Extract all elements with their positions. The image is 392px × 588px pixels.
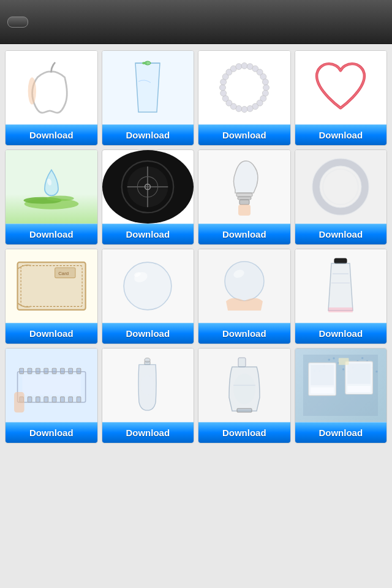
svg-point-45 — [323, 169, 358, 205]
item-image-perfume2 — [102, 349, 194, 422]
item-image-film — [6, 349, 97, 422]
svg-rect-75 — [77, 397, 81, 402]
svg-point-11 — [241, 107, 247, 113]
item-image-waterdrop — [6, 150, 97, 224]
download-button-11[interactable]: Download — [198, 323, 290, 344]
svg-point-4 — [142, 62, 147, 64]
item-image-pearls — [198, 51, 290, 124]
library-grid-wrapper: glass apple Download Download Download D… — [0, 44, 392, 588]
svg-rect-72 — [52, 397, 56, 402]
svg-point-5 — [263, 85, 269, 91]
item-image-bottle — [198, 349, 290, 422]
svg-rect-103 — [311, 387, 334, 393]
download-button-4[interactable]: Download — [295, 124, 387, 145]
svg-text:Card: Card — [58, 271, 69, 276]
svg-rect-76 — [22, 375, 81, 395]
grid-item-glass: Download — [102, 50, 195, 146]
download-button-13[interactable]: Download — [6, 422, 97, 443]
download-button-7[interactable]: Download — [198, 224, 290, 244]
svg-rect-63 — [44, 368, 48, 374]
svg-rect-84 — [237, 409, 252, 412]
svg-point-100 — [375, 371, 377, 372]
svg-rect-41 — [239, 200, 249, 205]
grid-item-bulb: Download — [198, 149, 291, 245]
download-button-10[interactable]: Download — [102, 323, 194, 344]
download-button-2[interactable]: Download — [102, 124, 194, 145]
svg-rect-77 — [14, 392, 24, 412]
svg-rect-73 — [60, 397, 64, 402]
item-image-frame: Card — [6, 249, 97, 323]
svg-point-80 — [141, 375, 154, 396]
svg-rect-79 — [145, 361, 150, 364]
download-button-14[interactable]: Download — [102, 422, 194, 443]
svg-rect-105 — [347, 363, 371, 383]
svg-point-91 — [333, 357, 334, 359]
grid-item-pearls: Download — [198, 50, 291, 146]
download-button-3[interactable]: Download — [198, 124, 290, 145]
download-button-8[interactable]: Download — [295, 224, 387, 244]
svg-point-16 — [220, 90, 226, 96]
download-button-9[interactable]: Download — [6, 323, 97, 344]
svg-rect-39 — [236, 193, 252, 197]
grid-item-polaroid: Download — [295, 348, 388, 443]
back-button[interactable] — [7, 17, 28, 28]
grid-item-perfume: Download — [295, 249, 388, 344]
svg-rect-69 — [28, 397, 32, 402]
svg-rect-66 — [69, 368, 73, 374]
svg-rect-60 — [20, 368, 24, 374]
svg-rect-56 — [328, 307, 353, 312]
item-image-perfume — [295, 249, 387, 323]
grid-item-bottle: Download — [198, 348, 291, 443]
svg-rect-106 — [347, 386, 371, 392]
download-button-15[interactable]: Download — [198, 422, 290, 443]
svg-rect-42 — [238, 205, 251, 216]
svg-rect-61 — [28, 368, 32, 374]
svg-rect-107 — [339, 358, 349, 365]
svg-point-10 — [247, 105, 253, 111]
item-image-heart — [295, 51, 387, 124]
item-image-ball — [102, 249, 194, 323]
grid-item-heart: Download — [295, 50, 388, 146]
svg-point-31 — [47, 195, 74, 201]
svg-point-93 — [342, 368, 344, 370]
svg-point-90 — [328, 359, 330, 361]
download-button-6[interactable]: Download — [102, 224, 194, 244]
item-image-glass — [102, 51, 194, 124]
download-button-1[interactable]: Download — [6, 124, 97, 145]
item-image-crystal — [198, 249, 290, 323]
svg-rect-102 — [311, 365, 334, 385]
grid-item-waterdrop: Download — [5, 149, 98, 245]
svg-point-82 — [233, 374, 255, 404]
item-image-scope — [102, 150, 194, 224]
svg-rect-67 — [77, 368, 81, 374]
svg-point-50 — [124, 262, 172, 310]
library-grid: glass apple Download Download Download D… — [5, 50, 387, 443]
svg-rect-65 — [60, 368, 64, 374]
download-button-16[interactable]: Download — [295, 422, 387, 443]
grid-item-film: Download — [5, 348, 98, 443]
app-header — [0, 0, 392, 44]
svg-rect-55 — [334, 258, 347, 263]
svg-point-17 — [219, 85, 225, 91]
download-button-5[interactable]: Download — [6, 224, 97, 244]
item-image-polaroid — [295, 349, 387, 422]
svg-point-28 — [262, 79, 268, 85]
grid-item-ring: Download — [295, 149, 388, 245]
grid-item-crystal: Download — [198, 249, 291, 344]
svg-rect-71 — [44, 397, 48, 402]
svg-rect-40 — [238, 197, 251, 200]
download-button-12[interactable]: Download — [295, 323, 387, 344]
svg-point-0 — [28, 77, 36, 104]
grid-item-apple: glass apple Download — [5, 50, 98, 146]
grid-item-scope: Download — [102, 149, 195, 245]
svg-rect-64 — [52, 368, 56, 374]
svg-rect-70 — [36, 397, 40, 402]
grid-item-perfume2: Download — [102, 348, 195, 443]
grid-item-frame: Card Download — [5, 249, 98, 344]
svg-text:glass apple: glass apple — [28, 118, 51, 118]
item-image-ring — [295, 150, 387, 224]
grid-item-ball: Download — [102, 249, 195, 344]
item-image-apple: glass apple — [6, 51, 97, 124]
svg-point-97 — [361, 357, 363, 359]
svg-rect-62 — [36, 368, 40, 374]
